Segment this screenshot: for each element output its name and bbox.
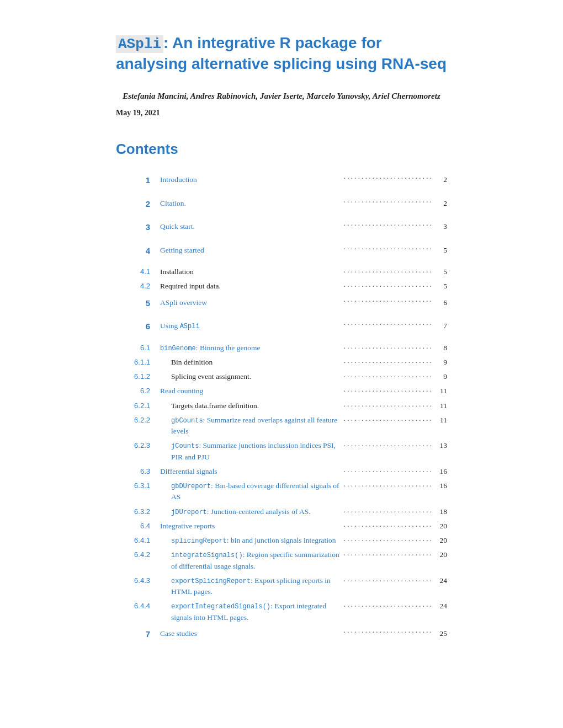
toc-spacer (116, 260, 447, 265)
toc-dots: . . . . . . . . . . . . . . . . . . . . … (342, 341, 434, 355)
authors: Estefania Mancini, Andres Rabinovich, Ja… (116, 89, 447, 103)
toc-dots: . . . . . . . . . . . . . . . . . . . . … (342, 479, 434, 505)
toc-dots: . . . . . . . . . . . . . . . . . . . . … (342, 625, 434, 644)
toc-number: 6 (116, 317, 160, 336)
toc-page: 11 (434, 399, 447, 413)
title-code: ASpli (116, 35, 163, 53)
toc-page: 16 (434, 464, 447, 479)
toc-number: 2 (116, 195, 160, 214)
toc-label-cell: gbDUreport: Bin-based coverage different… (160, 479, 342, 505)
toc-item[interactable]: 1Introduction . . . . . . . . . . . . . … (116, 171, 447, 190)
toc-item[interactable]: 6.2.3jCounts: Summarize junctions inclus… (116, 438, 447, 464)
toc-item[interactable]: 7Case studies . . . . . . . . . . . . . … (116, 625, 447, 644)
toc-label-cell: jCounts: Summarize junctions inclussion … (160, 438, 342, 464)
toc-label-cell: Installation (160, 265, 342, 279)
toc-item[interactable]: 4.1Installation . . . . . . . . . . . . … (116, 265, 447, 279)
toc-page: 20 (434, 548, 447, 574)
toc-dots: . . . . . . . . . . . . . . . . . . . . … (342, 317, 434, 336)
toc-page: 3 (434, 218, 447, 237)
toc-dots: . . . . . . . . . . . . . . . . . . . . … (342, 279, 434, 293)
toc-number: 6.2 (116, 384, 160, 398)
toc-dots: . . . . . . . . . . . . . . . . . . . . … (342, 384, 434, 398)
toc-dots: . . . . . . . . . . . . . . . . . . . . … (342, 242, 434, 261)
toc-item[interactable]: 4.2Required input data. . . . . . . . . … (116, 279, 447, 293)
toc-item[interactable]: 6.4.3exportSplicingReport: Export splici… (116, 574, 447, 599)
toc-number: 6.2.3 (116, 438, 160, 464)
toc-label-cell: Differential signals (160, 464, 342, 479)
toc-label-cell: Case studies (160, 625, 342, 644)
toc-label-cell: jDUreport: Junction-centered analysis of… (160, 505, 342, 519)
toc-number: 1 (116, 171, 160, 190)
toc-number: 6.3 (116, 464, 160, 479)
page-title: ASpli: An integrative R package for anal… (116, 33, 447, 74)
toc-item[interactable]: 6.3.2jDUreport: Junction-centered analys… (116, 505, 447, 519)
toc-item[interactable]: 6.2Read counting . . . . . . . . . . . .… (116, 384, 447, 398)
toc-item[interactable]: 6.4.1splicingReport: bin and junction si… (116, 533, 447, 548)
toc-label-cell: Bin definition (160, 355, 342, 370)
toc-page: 5 (434, 265, 447, 279)
toc-dots: . . . . . . . . . . . . . . . . . . . . … (342, 574, 434, 599)
toc-dots: . . . . . . . . . . . . . . . . . . . . … (342, 195, 434, 214)
toc-item[interactable]: 6.3Differential signals . . . . . . . . … (116, 464, 447, 479)
toc-item[interactable]: 5ASpli overview . . . . . . . . . . . . … (116, 294, 447, 313)
toc-item[interactable]: 6.2.1Targets data.frame definition. . . … (116, 399, 447, 413)
toc-number: 4 (116, 242, 160, 261)
toc-item[interactable]: 2Citation. . . . . . . . . . . . . . . .… (116, 195, 447, 214)
toc-dots: . . . . . . . . . . . . . . . . . . . . … (342, 548, 434, 574)
toc-item[interactable]: 6.4.4exportIntegratedSignals(): Export i… (116, 599, 447, 625)
toc-label-cell: Citation. (160, 195, 342, 214)
toc-label-cell: integrateSignals(): Region specific summ… (160, 548, 342, 574)
toc-spacer (116, 313, 447, 317)
toc-label-cell: binGenome: Binning the genome (160, 341, 342, 355)
date: May 19, 2021 (116, 107, 447, 119)
toc-spacer (116, 190, 447, 195)
toc-page: 24 (434, 574, 447, 599)
toc-label-cell: exportSplicingReport: Export splicing re… (160, 574, 342, 599)
toc-item[interactable]: 6.1binGenome: Binning the genome . . . .… (116, 341, 447, 355)
toc-item[interactable]: 6.4.2integrateSignals(): Region specific… (116, 548, 447, 574)
toc-dots: . . . . . . . . . . . . . . . . . . . . … (342, 294, 434, 313)
toc-page: 16 (434, 479, 447, 505)
toc-label-cell: Quick start. (160, 218, 342, 237)
toc-page: 2 (434, 195, 447, 214)
toc-dots: . . . . . . . . . . . . . . . . . . . . … (342, 218, 434, 237)
toc-item[interactable]: 4Getting started . . . . . . . . . . . .… (116, 242, 447, 261)
toc-page: 5 (434, 279, 447, 293)
toc-number: 6.4.4 (116, 599, 160, 625)
toc-page: 20 (434, 519, 447, 533)
toc-page: 20 (434, 533, 447, 548)
toc-number: 7 (116, 625, 160, 644)
page-container: ASpli: An integrative R package for anal… (72, 0, 491, 688)
toc-label-cell: ASpli overview (160, 294, 342, 313)
toc-page: 6 (434, 294, 447, 313)
toc-item[interactable]: 6.4Integrative reports . . . . . . . . .… (116, 519, 447, 533)
toc-spacer (116, 336, 447, 341)
toc-page: 13 (434, 438, 447, 464)
toc-item[interactable]: 6.1.2Splicing event assignment. . . . . … (116, 370, 447, 384)
toc-number: 6.1 (116, 341, 160, 355)
toc-label-cell: Splicing event assignment. (160, 370, 342, 384)
toc-spacer (116, 213, 447, 218)
toc-item[interactable]: 6Using ASpli . . . . . . . . . . . . . .… (116, 317, 447, 336)
toc-number: 6.4.3 (116, 574, 160, 599)
toc-label-cell: splicingReport: bin and junction signals… (160, 533, 342, 548)
toc-page: 8 (434, 341, 447, 355)
toc-number: 6.3.1 (116, 479, 160, 505)
toc-dots: . . . . . . . . . . . . . . . . . . . . … (342, 413, 434, 439)
toc-number: 6.4.1 (116, 533, 160, 548)
toc-dots: . . . . . . . . . . . . . . . . . . . . … (342, 438, 434, 464)
toc-page: 18 (434, 505, 447, 519)
toc-page: 24 (434, 599, 447, 625)
toc-item[interactable]: 3Quick start. . . . . . . . . . . . . . … (116, 218, 447, 237)
toc-dots: . . . . . . . . . . . . . . . . . . . . … (342, 464, 434, 479)
toc-item[interactable]: 6.1.1Bin definition . . . . . . . . . . … (116, 355, 447, 370)
toc-page: 25 (434, 625, 447, 644)
toc-item[interactable]: 6.2.2gbCounts: Summarize read overlaps a… (116, 413, 447, 439)
toc-dots: . . . . . . . . . . . . . . . . . . . . … (342, 370, 434, 384)
toc-dots: . . . . . . . . . . . . . . . . . . . . … (342, 519, 434, 533)
toc-number: 6.1.1 (116, 355, 160, 370)
toc-number: 6.1.2 (116, 370, 160, 384)
toc-dots: . . . . . . . . . . . . . . . . . . . . … (342, 505, 434, 519)
toc-item[interactable]: 6.3.1gbDUreport: Bin-based coverage diff… (116, 479, 447, 505)
toc-label-cell: Introduction (160, 171, 342, 190)
